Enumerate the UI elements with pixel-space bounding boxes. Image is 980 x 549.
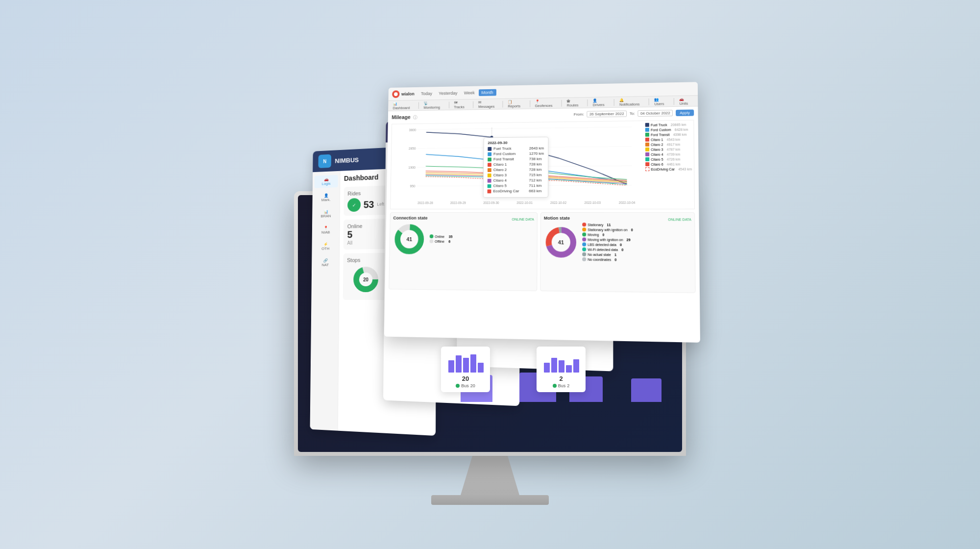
right-bus-dot (553, 384, 557, 388)
legend-name-ford-custom: Ford Custom (651, 128, 671, 132)
left-bar-value: 20 (462, 375, 469, 382)
toolbar-divider-3 (473, 101, 473, 108)
motion-state-panel: Motion state ONLINE DATA 41 (540, 212, 695, 293)
toolbar-notifications[interactable]: 🔔 Notifications (617, 97, 646, 107)
tooltip-name-citaro2: Citaro 2 (493, 168, 527, 172)
toolbar-users[interactable]: 👥 Users (652, 97, 671, 107)
legend-name-ford-transit: Ford Transit (651, 133, 669, 136)
toolbar-tracks[interactable]: 🗺 Tracks (452, 100, 470, 109)
svg-line-27 (417, 127, 632, 129)
motion-donut-svg: 41 (544, 225, 579, 260)
sidebar-item-mark[interactable]: 👤Mark. (314, 191, 338, 204)
connection-donut-wrapper: 41 Online 35 Offline (392, 222, 534, 257)
legend-dot-citaro4r (645, 152, 649, 156)
svg-rect-47 (448, 360, 454, 373)
tooltip-item-fuel-truck: Fuel Truck 2643 km (488, 146, 544, 151)
tab-today[interactable]: Today (418, 90, 435, 97)
legend-lbs: LBS detected data 0 (582, 243, 633, 247)
tooltip-value-citaro1: 728 km (529, 162, 542, 167)
legend-name-citaro1r: Citaro 1 (651, 138, 663, 141)
tab-month[interactable]: Month (479, 89, 496, 96)
legend-dot-moving-ign (582, 237, 586, 241)
left-bar-panel: 20 Bus 20 (441, 347, 490, 392)
legend-label-stat-ign: Stationary with ignition on (588, 228, 627, 231)
legend-dot-wifi (582, 248, 586, 251)
mileage-section: Mileage ⓘ From: 26 September 2022 To: 04… (390, 109, 695, 209)
tooltip-item-citaro5: Citaro 5 711 km (488, 183, 544, 188)
legend-online: Online 35 (430, 234, 453, 238)
sidebar-item-niab[interactable]: 📍NIAB (314, 224, 338, 236)
legend-val-wifi: 0 (621, 248, 623, 251)
tab-week[interactable]: Week (461, 89, 478, 96)
tooltip-dot-ford-custom (488, 152, 491, 156)
toolbar-geofences[interactable]: 📍 Geofences (533, 98, 559, 108)
legend-val-citaro5r: 4726 km (667, 157, 681, 161)
sidebar-item-logis[interactable]: 🚗Logis (315, 175, 338, 188)
legend-name-ecor: EcoDriving Car (651, 167, 675, 171)
legend-val-moving: 0 (602, 233, 604, 236)
legend-dot-offline (430, 239, 434, 243)
legend-dot-citaro6r (645, 162, 649, 166)
svg-rect-54 (559, 360, 564, 373)
right-bus-val: 2 (567, 383, 569, 388)
legend-no-coords: No coordinates 0 (582, 257, 633, 262)
legend-val-citaro3r: 4787 km (667, 148, 681, 151)
legend-label-offline: Offline (435, 240, 444, 243)
wialon-logo-text: wialon (401, 91, 415, 96)
svg-text:2022-10-01: 2022-10-01 (516, 201, 533, 204)
svg-text:41: 41 (558, 239, 564, 245)
to-date-input[interactable]: 04 October 2022 (638, 110, 673, 117)
connection-state-title: Connection state (393, 216, 427, 221)
sidebar-item-oth[interactable]: ⚡OTH (314, 240, 337, 253)
monitor-base (431, 495, 549, 505)
sidebar-item-bran[interactable]: 📊BRAN (314, 207, 338, 221)
tooltip-item-citaro3: Citaro 3 715 km (488, 173, 544, 177)
legend-label-stationary: Stationary (588, 223, 603, 226)
toolbar-dashboard[interactable]: 📊 Dashboard (391, 100, 416, 110)
connection-online-badge: ONLINE DATA (512, 217, 534, 221)
tab-yesterday[interactable]: Yesterday (436, 90, 460, 97)
toolbar-drivers[interactable]: 👤 Drivers (591, 98, 611, 107)
nimbus-sidebar: 🚗Logis 👤Mark. 📊BRAN 📍NIAB ⚡OTH 🔗NAT (310, 171, 341, 431)
from-date-input[interactable]: 26 September 2022 (587, 110, 627, 117)
nimbus-logo-icon: N (318, 154, 331, 168)
right-bar-panel: 2 Bus 2 (537, 347, 586, 392)
legend-dot-no-actual (582, 252, 586, 256)
chart-tooltip: 2022-09-30 Fuel Truck 2643 km Ford Custo… (483, 137, 549, 198)
left-bar-num: 20 (462, 375, 469, 382)
legend-val-offline: 6 (448, 240, 450, 243)
legend-dot-citaro2r (645, 143, 649, 147)
legend-dot-fuel-truck (645, 123, 649, 127)
toolbar-monitoring[interactable]: 📡 Monitoring (422, 100, 446, 110)
legend-name-citaro3r: Citaro 3 (651, 148, 663, 151)
legend-citaro6: Citaro 6 4461 km (645, 162, 692, 166)
toolbar-messages[interactable]: ✉ Messages (476, 99, 500, 109)
tooltip-name-citaro3: Citaro 3 (493, 173, 527, 177)
tooltip-dot-ford-transit (488, 157, 491, 161)
connection-legend: Online 35 Offline 6 (430, 234, 453, 244)
legend-dot-moving (582, 232, 586, 236)
tooltip-dot-citaro4 (488, 178, 491, 182)
legend-dot-citaro1r (645, 138, 649, 142)
tooltip-item-citaro1: Citaro 1 728 km (488, 162, 544, 167)
svg-rect-48 (456, 355, 462, 373)
motion-donut-wrapper: 41 Stationary 11 Stationary (544, 223, 692, 263)
wialon-tabs: Today Yesterday Week Month (418, 89, 496, 97)
sidebar-item-nat[interactable]: 🔗NAT (314, 256, 337, 269)
svg-text:2022-09-28: 2022-09-28 (417, 201, 433, 204)
toolbar-reports[interactable]: 📋 Reports (506, 99, 527, 109)
legend-dot-stat-ign (582, 227, 586, 231)
wialon-panel: wialon Today Yesterday Week Month 📊 Dash… (384, 82, 700, 343)
svg-text:1900: 1900 (408, 166, 416, 169)
tooltip-name-ford-transit: Ford Transit (493, 157, 527, 161)
legend-name-citaro6r: Citaro 6 (651, 162, 663, 166)
toolbar-routes[interactable]: 🛣 Routes (565, 98, 585, 108)
tooltip-value-ford-transit: 738 km (529, 157, 542, 161)
toolbar-units[interactable]: 🚗 Units (677, 96, 695, 106)
right-bar-num: 2 (559, 375, 563, 382)
apply-button[interactable]: Apply (676, 109, 694, 116)
legend-dot-stationary (582, 223, 586, 226)
legend-dot-citaro3r (645, 148, 649, 151)
svg-text:950: 950 (410, 185, 415, 188)
legend-name-citaro5r: Citaro 5 (651, 157, 663, 161)
